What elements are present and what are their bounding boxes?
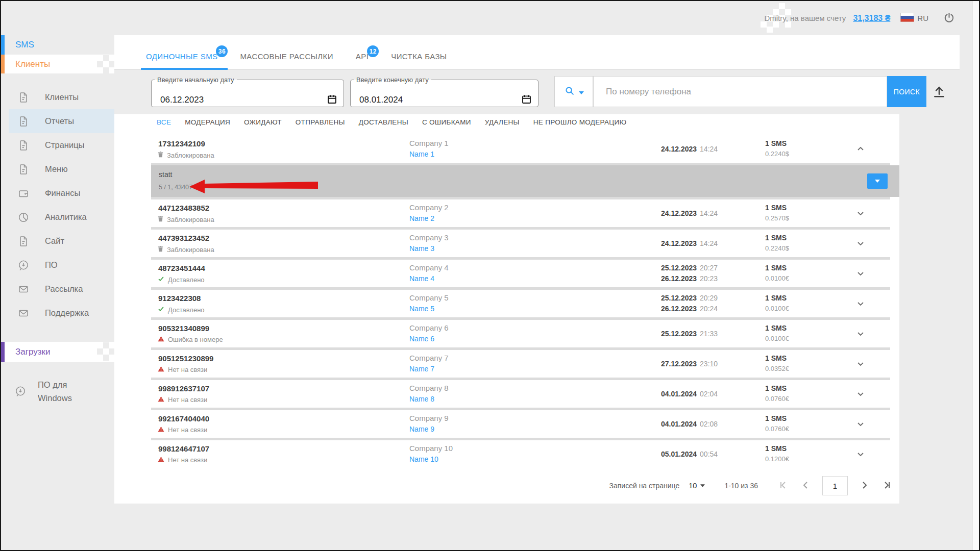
- sidebar-item-analytics[interactable]: Аналитика: [1, 205, 114, 229]
- dates: 04.01.202402:08: [661, 419, 718, 430]
- first-page-button[interactable]: [778, 480, 789, 492]
- tab-db-cleaning[interactable]: ЧИСТКА БАЗЫ: [389, 52, 449, 69]
- balance-link[interactable]: 31,3183 ₴: [853, 14, 890, 23]
- sidebar-item-finance[interactable]: Финансы: [1, 181, 114, 205]
- search-input[interactable]: [593, 76, 887, 107]
- sidebar-item-clients[interactable]: Клиенты: [1, 85, 114, 109]
- expand-chevron-button[interactable]: [854, 448, 867, 460]
- start-date-value[interactable]: 06.12.2023: [160, 95, 204, 105]
- message-row[interactable]: 9123422308 Доставлено Company 5 Name 5 2…: [151, 290, 890, 317]
- filter-all[interactable]: ВСЕ: [157, 118, 171, 126]
- phone-number: 9123422308: [158, 294, 201, 303]
- sms-count: 1 SMS: [765, 264, 787, 272]
- end-date-field[interactable]: Введите конечную дату 08.01.2024: [350, 76, 538, 107]
- expand-chevron-button[interactable]: [854, 418, 867, 430]
- sms-price: 0.2570$: [765, 214, 789, 222]
- company-name: Company 1: [409, 139, 449, 147]
- message-row[interactable]: 905321340899 Ошибка в номере Company 6 N…: [151, 320, 890, 347]
- pie-chart-icon: [17, 211, 30, 223]
- sms-count: 1 SMS: [765, 444, 787, 453]
- filter-delivered[interactable]: ДОСТАВЛЕНЫ: [359, 118, 408, 126]
- next-page-button[interactable]: [859, 480, 869, 492]
- dates: 25.12.202320:27 26.12.202320:23: [661, 263, 718, 284]
- page-range-label: 1-10 из 36: [724, 482, 758, 490]
- sidebar-item-pages[interactable]: Страницы: [1, 133, 114, 157]
- company-name: Company 8: [409, 384, 449, 392]
- expand-chevron-button[interactable]: [854, 207, 867, 219]
- phone-number: 17312342109: [158, 139, 205, 148]
- collapse-button[interactable]: [867, 173, 888, 189]
- status-text: Заблокирована: [167, 152, 214, 159]
- last-page-button[interactable]: [881, 480, 892, 492]
- recipient-name-link[interactable]: Name 4: [409, 274, 434, 283]
- sms-price: 0.2240$: [765, 244, 789, 252]
- expand-chevron-button[interactable]: [854, 297, 867, 310]
- message-row[interactable]: 998124647107 Нет на связи Company 10 Nam…: [151, 440, 890, 468]
- message-row[interactable]: 48723451444 Доставлено Company 4 Name 4 …: [151, 260, 890, 287]
- per-page-select[interactable]: 10: [689, 482, 705, 490]
- tab-api[interactable]: API 12: [354, 52, 371, 69]
- tab-mass-mailings[interactable]: МАССОВЫЕ РАССЫЛКИ: [238, 52, 335, 69]
- export-upload-icon[interactable]: [930, 83, 948, 101]
- phone-number: 998124647107: [158, 444, 209, 453]
- pagination: Записей на странице 10 1-10 из 36 1: [609, 475, 892, 496]
- filter-errors[interactable]: С ОШИБКАМИ: [422, 118, 471, 126]
- recipient-name-link[interactable]: Name 1: [409, 150, 434, 158]
- current-page-input[interactable]: 1: [822, 476, 848, 495]
- search-button[interactable]: ПОИСК: [887, 76, 926, 107]
- expanded-row[interactable]: statt 5 / 1, 43407: [151, 165, 899, 197]
- sidebar-item-label: Аналитика: [45, 212, 87, 222]
- sidebar-item-windows-software[interactable]: ПО для Windows: [1, 376, 114, 407]
- phone-number: 447393123452: [158, 234, 209, 242]
- sent-date: 25.12.2023: [661, 330, 697, 338]
- message-row[interactable]: 992167404040 Нет на связи Company 9 Name…: [151, 410, 890, 438]
- warning-icon: [158, 366, 164, 373]
- sent-date: 05.01.2024: [661, 450, 697, 458]
- expand-chevron-button[interactable]: [854, 358, 867, 370]
- filter-sent[interactable]: ОТПРАВЛЕНЫ: [296, 118, 345, 126]
- message-row[interactable]: 9051251230899 Нет на связи Company 7 Nam…: [151, 350, 890, 378]
- message-row[interactable]: 17312342109 Заблокирована Company 1 Name…: [151, 135, 890, 163]
- language-label[interactable]: RU: [917, 14, 928, 22]
- recipient-name-link[interactable]: Name 2: [409, 214, 434, 222]
- sidebar-item-software[interactable]: ПО: [1, 253, 114, 277]
- message-row[interactable]: 998912637107 Нет на связи Company 8 Name…: [151, 380, 890, 408]
- filter-waiting[interactable]: ОЖИДАЮТ: [244, 118, 282, 126]
- expand-chevron-button[interactable]: [854, 267, 867, 280]
- start-date-field[interactable]: Введите начальную дату 06.12.2023: [151, 76, 344, 107]
- sidebar-item-menu[interactable]: Меню: [1, 157, 114, 181]
- tab-count-badge: 12: [367, 45, 379, 57]
- status-text: Нет на связи: [168, 396, 207, 404]
- filter-moderation[interactable]: МОДЕРАЦИЯ: [185, 118, 230, 126]
- recipient-name-link[interactable]: Name 5: [409, 305, 434, 313]
- recipient-name-link[interactable]: Name 7: [409, 365, 434, 373]
- prev-page-button[interactable]: [801, 480, 811, 492]
- recipient-name-link[interactable]: Name 3: [409, 244, 434, 253]
- expand-chevron-button[interactable]: [854, 143, 867, 155]
- recipient-name-link[interactable]: Name 8: [409, 395, 434, 403]
- logout-power-icon[interactable]: [943, 12, 955, 25]
- end-date-value[interactable]: 08.01.2024: [359, 95, 403, 105]
- search-type-dropdown[interactable]: [554, 76, 593, 107]
- sidebar-item-reports[interactable]: Отчеты: [1, 109, 114, 133]
- sidebar-item-site[interactable]: Сайт: [1, 229, 114, 253]
- recipient-name-link[interactable]: Name 10: [409, 455, 438, 463]
- filter-failed-moderation[interactable]: НЕ ПРОШЛО МОДЕРАЦИЮ: [533, 118, 627, 126]
- message-row[interactable]: 447393123452 Заблокирована Company 3 Nam…: [151, 230, 890, 257]
- recipient-name-link[interactable]: Name 6: [409, 335, 434, 343]
- page-scrollbar[interactable]: [972, 1, 979, 550]
- expand-chevron-button[interactable]: [854, 328, 867, 340]
- calendar-icon[interactable]: [327, 94, 337, 106]
- message-row[interactable]: 447123483852 Заблокирована Company 2 Nam…: [151, 199, 890, 227]
- expand-chevron-button[interactable]: [854, 237, 867, 249]
- sidebar-item-support[interactable]: Поддержка: [1, 301, 114, 325]
- calendar-icon[interactable]: [521, 94, 532, 106]
- tab-single-sms[interactable]: ОДИНОЧНЫЕ SMS 36: [144, 52, 219, 69]
- sidebar-section-sms[interactable]: SMS: [1, 35, 114, 55]
- sidebar-item-mailing[interactable]: Рассылка: [1, 277, 114, 301]
- sidebar-item-label: Сайт: [45, 236, 64, 246]
- expand-chevron-button[interactable]: [854, 388, 867, 400]
- document-icon: [17, 115, 30, 128]
- filter-deleted[interactable]: УДАЛЕНЫ: [485, 118, 520, 126]
- recipient-name-link[interactable]: Name 9: [409, 425, 434, 433]
